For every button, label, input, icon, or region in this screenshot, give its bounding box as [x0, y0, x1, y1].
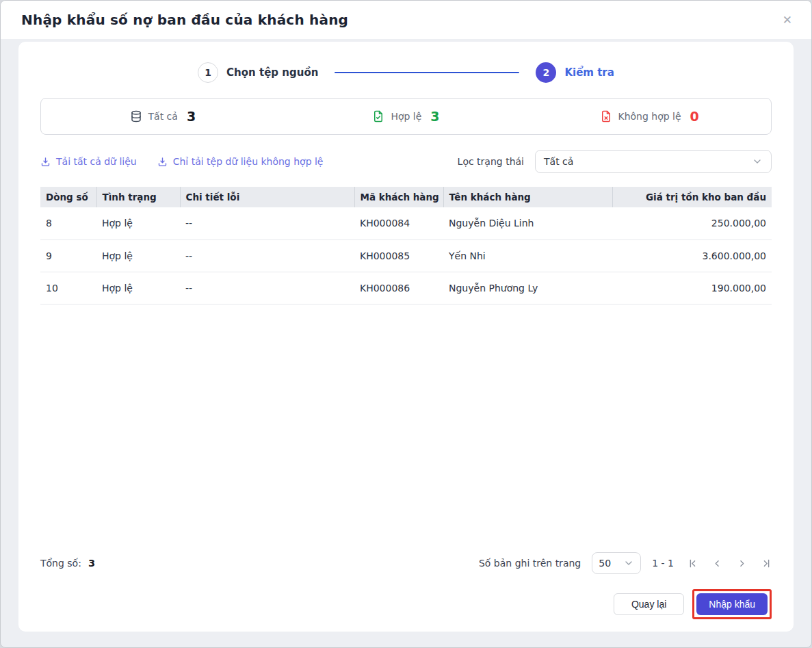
next-page-icon[interactable] [737, 558, 747, 569]
col-status: Tình trạng [96, 187, 180, 207]
cell-code: KH000086 [354, 272, 443, 304]
step-2-circle: 2 [536, 62, 556, 83]
download-icon [157, 157, 168, 167]
cell-status: Hợp lệ [96, 207, 180, 239]
summary-all-count: 3 [187, 109, 196, 124]
total-value: 3 [88, 558, 95, 569]
table-header-row: Dòng số Tình trạng Chi tiết lỗi Mã khách… [40, 187, 772, 207]
cell-line: 9 [40, 239, 96, 272]
table-row: 10 Hợp lệ -- KH000086 Nguyễn Phương Ly 1… [40, 272, 772, 304]
chevron-down-icon [623, 558, 634, 569]
summary-valid-label: Hợp lệ [391, 111, 421, 122]
col-line-number: Dòng số [40, 187, 96, 207]
status-filter: Lọc trạng thái Tất cả [458, 150, 772, 173]
col-customer-name: Tên khách hàng [443, 187, 612, 207]
total-label: Tổng số: [40, 558, 81, 569]
table-footer: Tổng số:3 Số bản ghi trên trang 50 1 - 1 [40, 552, 772, 574]
summary-invalid-count: 0 [690, 109, 699, 124]
annotation-highlight-box: Nhập khẩu [692, 589, 772, 619]
download-invalid-link[interactable]: Chỉ tải tệp dữ liệu không hợp lệ [157, 156, 324, 167]
modal-header: Nhập khẩu số nợ ban đầu của khách hàng ✕ [1, 1, 811, 39]
download-icon [40, 157, 51, 167]
toolbar: Tải tất cả dữ liệu Chỉ tải tệp dữ liệu k… [40, 150, 772, 173]
cell-line: 10 [40, 272, 96, 304]
summary-valid: Hợp lệ 3 [285, 109, 528, 124]
chevron-down-icon [752, 156, 763, 167]
download-all-label: Tải tất cả dữ liệu [56, 156, 137, 167]
cell-error: -- [180, 207, 354, 239]
cell-code: KH000085 [354, 239, 443, 272]
page-range: 1 - 1 [652, 558, 674, 569]
download-links: Tải tất cả dữ liệu Chỉ tải tệp dữ liệu k… [40, 156, 323, 167]
summary-invalid: Không hợp lệ 0 [527, 109, 771, 124]
status-filter-value: Tất cả [544, 156, 573, 167]
cell-name: Nguyễn Phương Ly [443, 272, 612, 304]
cell-error: -- [180, 272, 354, 304]
action-bar: Quay lại Nhập khẩu [40, 589, 772, 619]
document-x-icon [600, 110, 612, 122]
back-button[interactable]: Quay lại [614, 593, 684, 615]
download-all-link[interactable]: Tải tất cả dữ liệu [40, 156, 137, 167]
step-choose-source: 1 Chọn tệp nguồn [198, 62, 318, 83]
cell-error: -- [180, 239, 354, 272]
page-size-label: Số bản ghi trên trang [479, 558, 581, 569]
col-initial-value: Giá trị tồn kho ban đầu [612, 187, 772, 207]
page-size-value: 50 [599, 558, 611, 569]
summary-valid-count: 3 [430, 109, 439, 124]
summary-bar: Tất cả 3 Hợp lệ 3 [40, 98, 772, 135]
table-row: 8 Hợp lệ -- KH000084 Nguyễn Diệu Linh 25… [40, 207, 772, 239]
cell-status: Hợp lệ [96, 272, 180, 304]
download-invalid-label: Chỉ tải tệp dữ liệu không hợp lệ [173, 156, 324, 167]
cell-code: KH000084 [354, 207, 443, 239]
step-verify: 2 Kiểm tra [536, 62, 614, 83]
pagination-controls [687, 558, 772, 569]
step-2-label: Kiểm tra [564, 66, 614, 79]
summary-all: Tất cả 3 [41, 109, 285, 124]
pagination: Số bản ghi trên trang 50 1 - 1 [479, 552, 772, 574]
modal-body: 1 Chọn tệp nguồn 2 Kiểm tra Tất [1, 39, 811, 647]
document-check-icon [372, 110, 384, 122]
status-filter-label: Lọc trạng thái [458, 156, 524, 167]
stepper: 1 Chọn tệp nguồn 2 Kiểm tra [40, 62, 772, 83]
col-error-detail: Chi tiết lỗi [180, 187, 354, 207]
page-size-select[interactable]: 50 [592, 552, 641, 574]
summary-all-label: Tất cả [148, 111, 178, 122]
cell-line: 8 [40, 207, 96, 239]
content-card: 1 Chọn tệp nguồn 2 Kiểm tra Tất [18, 42, 794, 632]
database-icon [130, 110, 142, 122]
step-1-label: Chọn tệp nguồn [226, 66, 318, 79]
table-row: 9 Hợp lệ -- KH000085 Yến Nhi 3.600.000,0… [40, 239, 772, 272]
close-icon[interactable]: ✕ [780, 12, 795, 29]
cell-value: 190.000,00 [612, 272, 772, 304]
total-count: Tổng số:3 [40, 558, 95, 569]
empty-space [40, 304, 772, 553]
cell-name: Yến Nhi [443, 239, 612, 272]
previous-page-icon[interactable] [712, 558, 722, 569]
cell-name: Nguyễn Diệu Linh [443, 207, 612, 239]
import-button[interactable]: Nhập khẩu [696, 593, 768, 615]
cell-value: 3.600.000,00 [612, 239, 772, 272]
step-1-circle: 1 [198, 62, 218, 83]
first-page-icon[interactable] [687, 558, 698, 569]
results-table: Dòng số Tình trạng Chi tiết lỗi Mã khách… [40, 187, 772, 304]
col-customer-code: Mã khách hàng [354, 187, 443, 207]
modal-title: Nhập khẩu số nợ ban đầu của khách hàng [21, 12, 348, 28]
status-filter-select[interactable]: Tất cả [535, 150, 772, 173]
stepper-connector [335, 72, 519, 73]
last-page-icon[interactable] [761, 558, 772, 569]
import-modal: Nhập khẩu số nợ ban đầu của khách hàng ✕… [0, 0, 812, 648]
cell-status: Hợp lệ [96, 239, 180, 272]
cell-value: 250.000,00 [612, 207, 772, 239]
summary-invalid-label: Không hợp lệ [618, 111, 681, 122]
